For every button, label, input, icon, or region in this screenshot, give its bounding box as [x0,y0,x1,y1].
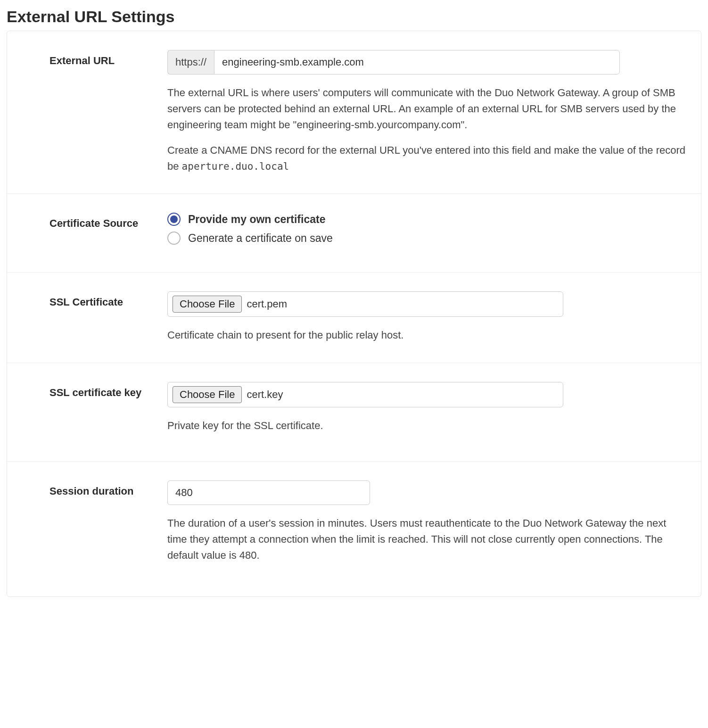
external-url-help-2: Create a CNAME DNS record for the extern… [167,142,687,174]
external-url-cname-value: aperture.duo.local [182,161,289,172]
ssl-certificate-key-choose-file-button[interactable]: Choose File [173,386,242,403]
row-session-duration: Session duration The duration of a user'… [7,462,701,596]
radio-dot-icon [170,215,178,223]
radio-circle-icon [167,213,181,226]
session-duration-help: The duration of a user's session in minu… [167,515,687,563]
row-certificate-source: Certificate Source Provide my own certif… [7,194,701,273]
ssl-certificate-key-file-name: cert.key [247,389,283,401]
external-url-help-1: The external URL is where users' compute… [167,85,687,133]
ssl-certificate-file-name: cert.pem [247,298,287,310]
certificate-source-label: Certificate Source [49,217,167,230]
ssl-certificate-file-picker[interactable]: Choose File cert.pem [167,291,563,317]
radio-provide-own-certificate[interactable]: Provide my own certificate [167,213,687,226]
radio-generate-certificate[interactable]: Generate a certificate on save [167,232,687,245]
external-url-label: External URL [49,55,167,67]
session-duration-input[interactable] [167,480,370,505]
ssl-certificate-key-file-picker[interactable]: Choose File cert.key [167,382,563,407]
external-url-input[interactable] [214,50,620,74]
session-duration-label: Session duration [49,485,167,497]
row-external-url: External URL https:// The external URL i… [7,31,701,194]
ssl-certificate-key-label: SSL certificate key [49,387,167,399]
certificate-source-radio-group: Provide my own certificate Generate a ce… [167,213,687,245]
radio-generate-certificate-label: Generate a certificate on save [188,232,333,245]
external-url-prefix: https:// [167,50,214,74]
ssl-certificate-help: Certificate chain to present for the pub… [167,327,687,343]
radio-provide-own-certificate-label: Provide my own certificate [188,213,325,226]
external-url-input-group: https:// [167,50,620,74]
ssl-certificate-key-help: Private key for the SSL certificate. [167,418,687,434]
row-ssl-certificate-key: SSL certificate key Choose File cert.key… [7,363,701,462]
row-ssl-certificate: SSL Certificate Choose File cert.pem Cer… [7,273,701,363]
radio-circle-icon [167,232,181,245]
settings-panel: External URL https:// The external URL i… [7,31,701,597]
ssl-certificate-label: SSL Certificate [49,296,167,308]
page-title: External URL Settings [7,8,701,26]
ssl-certificate-choose-file-button[interactable]: Choose File [173,296,242,313]
